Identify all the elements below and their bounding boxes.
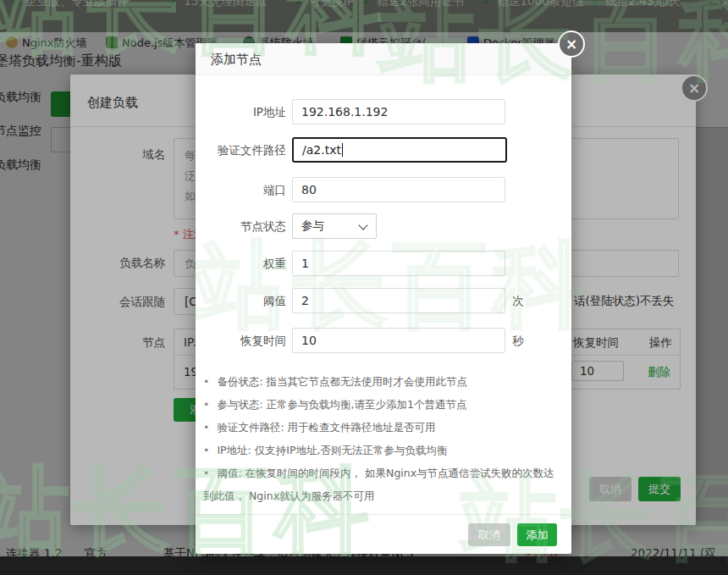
threshold-label: 阈值 xyxy=(196,294,286,309)
weight-label: 权重 xyxy=(196,257,286,272)
ip-label: IP地址 xyxy=(196,105,286,120)
bullet-icon: • xyxy=(203,398,209,411)
add-node-title: 添加节点 xyxy=(211,52,262,68)
bullet-icon: • xyxy=(203,467,209,479)
note-item: •IP地址: 仅支持IP地址,否则无法正常参与负载均衡 xyxy=(203,439,559,462)
text-caret xyxy=(342,143,343,157)
threshold-unit: 次 xyxy=(512,294,524,309)
threshold-input[interactable] xyxy=(292,288,505,313)
add-node-submit-button[interactable]: 添加 xyxy=(517,523,557,546)
port-label: 端口 xyxy=(196,183,286,198)
screen: ✓企业版、专业版插件 ✓15天无理由退款 ✓可更换IP ✓赠送2张商用证书 ✓赠… xyxy=(0,0,728,575)
chevron-down-icon xyxy=(358,220,367,229)
note-item: •备份状态: 指当其它节点都无法使用时才会使用此节点 xyxy=(203,370,559,393)
bullet-icon: • xyxy=(203,444,209,456)
notes-list: •备份状态: 指当其它节点都无法使用时才会使用此节点 •参与状态: 正常参与负载… xyxy=(203,370,559,507)
verify-path-label: 验证文件路径 xyxy=(196,143,286,158)
add-node-modal-layer: 添加节点 × IP地址 验证文件路径 /a2.txt 端口 节点状态 参与 权重… xyxy=(0,0,728,575)
divider xyxy=(196,514,571,515)
bullet-icon: • xyxy=(203,375,209,388)
verify-path-input[interactable]: /a2.txt xyxy=(292,137,507,163)
recover-time-input[interactable] xyxy=(292,328,505,353)
port-input[interactable] xyxy=(292,177,505,202)
recover-time-label: 恢复时间 xyxy=(196,334,286,349)
note-item: •阈值: 在恢复时间的时间段内， 如果Nginx与节点通信尝试失败的次数达到此值… xyxy=(203,462,559,507)
node-status-label: 节点状态 xyxy=(196,219,286,235)
note-item: •参与状态: 正常参与负载均衡,请至少添加1个普通节点 xyxy=(203,393,559,416)
add-node-cancel-button[interactable]: 取消 xyxy=(468,523,510,546)
recover-time-unit: 秒 xyxy=(512,334,524,349)
bullet-icon: • xyxy=(203,421,209,434)
add-node-close-icon[interactable]: × xyxy=(558,30,585,58)
weight-input[interactable] xyxy=(292,251,505,276)
ip-input[interactable] xyxy=(292,99,505,124)
note-item: •验证文件路径: 用于检查文件路径地址是否可用 xyxy=(203,416,559,439)
node-status-select[interactable]: 参与 xyxy=(292,213,377,239)
